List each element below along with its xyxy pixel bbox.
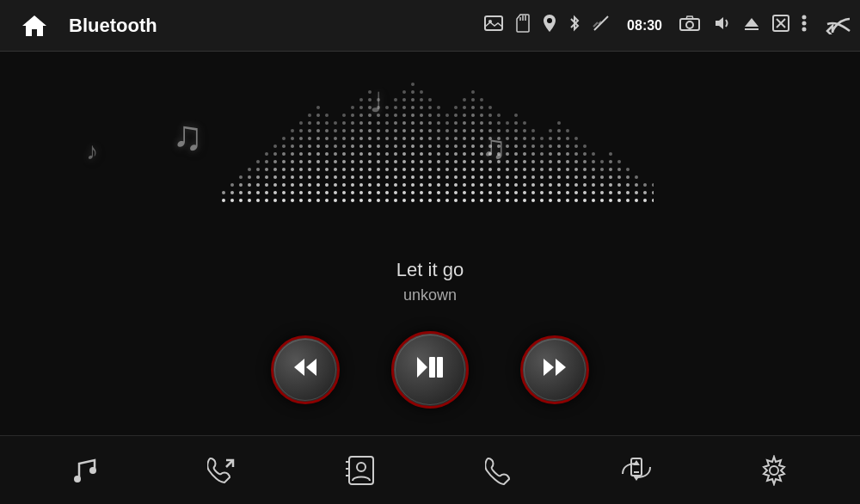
svg-point-91 [308, 199, 311, 202]
svg-point-227 [402, 121, 406, 125]
svg-point-178 [368, 175, 372, 179]
svg-point-233 [402, 168, 406, 171]
svg-point-24 [248, 168, 251, 171]
svg-point-265 [420, 175, 423, 179]
svg-point-181 [368, 199, 372, 202]
svg-point-321 [463, 98, 466, 101]
svg-point-213 [394, 129, 397, 132]
svg-point-495 [592, 191, 595, 194]
svg-point-118 [334, 129, 337, 132]
svg-point-424 [531, 137, 535, 140]
play-pause-button[interactable] [391, 331, 469, 409]
svg-point-161 [359, 160, 363, 163]
svg-point-445 [549, 152, 552, 156]
back-icon[interactable] [826, 12, 851, 39]
svg-point-74 [299, 160, 303, 163]
more-icon[interactable] [802, 14, 807, 37]
svg-point-267 [420, 191, 423, 194]
svg-point-452 [557, 121, 561, 125]
svg-point-522 [635, 183, 638, 187]
svg-point-530 [652, 199, 654, 202]
svg-point-273 [428, 129, 432, 132]
svg-point-487 [583, 183, 587, 187]
forward-button[interactable] [520, 335, 589, 404]
svg-point-320 [454, 199, 458, 202]
svg-point-75 [299, 168, 303, 171]
svg-point-198 [385, 121, 389, 125]
svg-point-33 [256, 191, 260, 194]
main-content: ♪ ♫ ♩ ♫ Let it go unkown [0, 52, 860, 504]
eject-icon[interactable] [743, 15, 760, 35]
svg-point-44 [273, 160, 277, 163]
nav-music[interactable] [60, 455, 112, 486]
svg-point-38 [265, 175, 268, 179]
svg-point-120 [334, 144, 337, 148]
svg-point-344 [471, 160, 475, 163]
svg-point-304 [445, 175, 449, 179]
nav-call-transfer[interactable] [198, 455, 249, 486]
svg-point-171 [368, 121, 372, 125]
nav-settings[interactable] [748, 455, 800, 486]
svg-point-106 [325, 121, 329, 125]
svg-point-318 [454, 183, 458, 187]
svg-point-162 [359, 168, 363, 171]
svg-point-102 [316, 183, 320, 187]
svg-point-280 [428, 183, 432, 187]
svg-point-197 [385, 114, 389, 117]
close-icon[interactable] [772, 15, 789, 36]
svg-point-492 [592, 168, 595, 171]
svg-point-154 [359, 106, 363, 109]
svg-point-58 [282, 199, 286, 202]
svg-point-434 [540, 144, 544, 148]
nav-phone[interactable] [473, 455, 525, 486]
svg-point-77 [299, 183, 303, 187]
svg-point-391 [506, 137, 509, 140]
svg-point-186 [377, 129, 380, 132]
svg-point-158 [359, 137, 363, 140]
svg-point-521 [635, 175, 638, 179]
svg-point-383 [497, 160, 501, 163]
svg-point-475 [574, 152, 578, 156]
nav-sync[interactable] [611, 455, 662, 486]
svg-point-136 [342, 175, 346, 179]
svg-point-415 [523, 144, 526, 148]
svg-point-72 [299, 144, 303, 148]
svg-point-516 [626, 168, 630, 171]
svg-point-177 [368, 168, 372, 171]
svg-point-211 [394, 114, 397, 117]
volume-icon[interactable] [712, 15, 731, 35]
svg-point-334 [463, 199, 466, 202]
svg-point-498 [600, 168, 604, 171]
svg-point-380 [497, 137, 501, 140]
svg-point-394 [506, 160, 509, 163]
svg-point-330 [463, 168, 466, 171]
svg-point-123 [334, 168, 337, 171]
svg-point-369 [488, 144, 492, 148]
svg-point-180 [368, 191, 372, 194]
svg-point-256 [420, 106, 423, 109]
svg-point-56 [282, 183, 286, 187]
svg-point-119 [334, 137, 337, 140]
svg-point-236 [402, 191, 406, 194]
svg-point-362 [480, 191, 483, 194]
svg-point-499 [600, 175, 604, 179]
svg-point-40 [265, 191, 268, 194]
svg-point-221 [394, 191, 397, 194]
svg-point-272 [428, 121, 432, 125]
svg-point-239 [411, 90, 415, 94]
forward-icon [542, 357, 568, 383]
svg-point-55 [282, 175, 286, 179]
svg-point-502 [600, 199, 604, 202]
rewind-button[interactable] [271, 335, 340, 404]
svg-point-129 [342, 121, 346, 125]
svg-point-250 [411, 175, 415, 179]
svg-point-200 [385, 137, 389, 140]
svg-point-7 [686, 22, 693, 28]
nav-contacts[interactable] [335, 455, 387, 486]
svg-point-134 [342, 160, 346, 163]
svg-point-195 [377, 199, 380, 202]
svg-point-408 [514, 175, 518, 179]
svg-point-322 [463, 106, 466, 109]
home-button[interactable] [9, 12, 60, 40]
svg-point-365 [488, 114, 492, 117]
